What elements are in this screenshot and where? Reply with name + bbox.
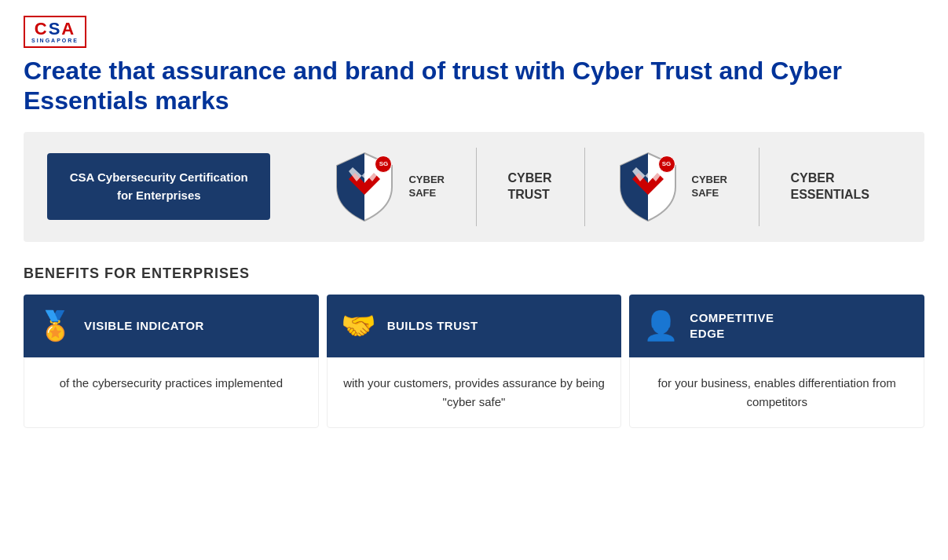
cyber-safe-label-1: CYBER SAFE	[408, 174, 445, 200]
benefit-header-text-1: VISIBLE INDICATOR	[84, 318, 204, 334]
cyber-safe-label-2: CYBER SAFE	[692, 174, 728, 200]
shield-2: SG	[617, 152, 679, 222]
benefit-body-3: for your business, enables differentiati…	[629, 357, 924, 428]
logo-subtext: SINGAPORE	[31, 38, 79, 43]
benefit-body-1: of the cybersecurity practices implement…	[24, 357, 319, 428]
cert-item-cyber-trust-text: CYBER TRUST	[477, 170, 585, 203]
shield-1: SG	[333, 152, 396, 222]
benefits-cards: 🏅 VISIBLE INDICATOR of the cybersecurity…	[24, 295, 924, 428]
benefit-header-2: 🤝 BUILDS TRUST	[327, 295, 622, 357]
logo-container: CSA SINGAPORE	[24, 16, 924, 48]
csa-logo: CSA SINGAPORE	[24, 16, 86, 48]
cert-item-cyber-trust: SG CYBER SAFE	[302, 152, 476, 222]
main-title: Create that assurance and brand of trust…	[24, 56, 888, 116]
benefit-header-1: 🏅 VISIBLE INDICATOR	[24, 295, 319, 357]
benefit-card-competitive-edge: 👤 COMPETITIVE EDGE for your business, en…	[629, 295, 924, 428]
cert-item-essentials-text: CYBER ESSENTIALS	[759, 170, 901, 203]
cert-item-cyber-essentials: SG CYBER SAFE	[585, 152, 759, 222]
benefit-header-3: 👤 COMPETITIVE EDGE	[629, 295, 924, 357]
handshake-icon: 🤝	[341, 309, 376, 342]
benefits-section: BENEFITS FOR ENTERPRISES 🏅 VISIBLE INDIC…	[24, 265, 924, 428]
benefits-title: BENEFITS FOR ENTERPRISES	[24, 265, 924, 282]
cert-items: SG CYBER SAFE CYBER TRUST	[302, 148, 901, 226]
csa-cert-box: CSA Cybersecurity Certification for Ente…	[47, 153, 270, 220]
benefit-card-visible-indicator: 🏅 VISIBLE INDICATOR of the cybersecurity…	[24, 295, 319, 428]
benefit-header-text-2: BUILDS TRUST	[387, 318, 478, 334]
benefit-header-text-3: COMPETITIVE EDGE	[690, 310, 774, 341]
sg-badge-2: SG	[658, 156, 675, 173]
certification-section: CSA Cybersecurity Certification for Ente…	[24, 132, 924, 242]
logo-text: CSA	[35, 20, 75, 38]
csa-cert-label: CSA Cybersecurity Certification for Ente…	[70, 170, 248, 202]
benefit-body-2: with your customers, provides assurance …	[327, 357, 622, 428]
benefit-card-builds-trust: 🤝 BUILDS TRUST with your customers, prov…	[327, 295, 622, 428]
medal-icon: 🏅	[38, 309, 73, 342]
cyber-trust-label: CYBER TRUST	[508, 170, 554, 203]
cyber-essentials-label: CYBER ESSENTIALS	[791, 170, 869, 203]
person-icon: 👤	[643, 309, 679, 342]
